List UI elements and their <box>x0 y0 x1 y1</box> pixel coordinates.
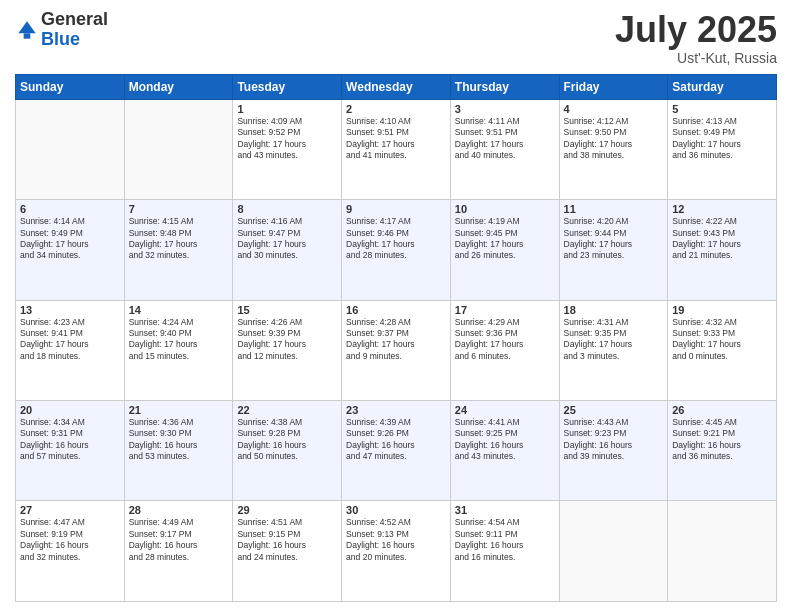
day-number: 9 <box>346 203 446 215</box>
day-cell: 31Sunrise: 4:54 AM Sunset: 9:11 PM Dayli… <box>450 501 559 602</box>
day-cell: 7Sunrise: 4:15 AM Sunset: 9:48 PM Daylig… <box>124 200 233 300</box>
title-block: July 2025 Ust'-Kut, Russia <box>615 10 777 66</box>
col-sunday: Sunday <box>16 74 125 99</box>
day-cell: 11Sunrise: 4:20 AM Sunset: 9:44 PM Dayli… <box>559 200 668 300</box>
day-cell: 26Sunrise: 4:45 AM Sunset: 9:21 PM Dayli… <box>668 401 777 501</box>
day-number: 21 <box>129 404 229 416</box>
day-number: 15 <box>237 304 337 316</box>
logo: General Blue <box>15 10 108 50</box>
day-cell: 14Sunrise: 4:24 AM Sunset: 9:40 PM Dayli… <box>124 300 233 400</box>
day-info: Sunrise: 4:10 AM Sunset: 9:51 PM Dayligh… <box>346 116 446 162</box>
col-wednesday: Wednesday <box>342 74 451 99</box>
day-number: 13 <box>20 304 120 316</box>
day-info: Sunrise: 4:16 AM Sunset: 9:47 PM Dayligh… <box>237 216 337 262</box>
day-cell: 3Sunrise: 4:11 AM Sunset: 9:51 PM Daylig… <box>450 99 559 199</box>
day-info: Sunrise: 4:09 AM Sunset: 9:52 PM Dayligh… <box>237 116 337 162</box>
day-info: Sunrise: 4:12 AM Sunset: 9:50 PM Dayligh… <box>564 116 664 162</box>
day-info: Sunrise: 4:24 AM Sunset: 9:40 PM Dayligh… <box>129 317 229 363</box>
page: General Blue July 2025 Ust'-Kut, Russia … <box>0 0 792 612</box>
day-number: 28 <box>129 504 229 516</box>
day-info: Sunrise: 4:32 AM Sunset: 9:33 PM Dayligh… <box>672 317 772 363</box>
day-cell: 22Sunrise: 4:38 AM Sunset: 9:28 PM Dayli… <box>233 401 342 501</box>
day-cell: 17Sunrise: 4:29 AM Sunset: 9:36 PM Dayli… <box>450 300 559 400</box>
day-info: Sunrise: 4:15 AM Sunset: 9:48 PM Dayligh… <box>129 216 229 262</box>
day-number: 16 <box>346 304 446 316</box>
day-number: 1 <box>237 103 337 115</box>
col-saturday: Saturday <box>668 74 777 99</box>
day-info: Sunrise: 4:38 AM Sunset: 9:28 PM Dayligh… <box>237 417 337 463</box>
header-row: Sunday Monday Tuesday Wednesday Thursday… <box>16 74 777 99</box>
day-cell: 10Sunrise: 4:19 AM Sunset: 9:45 PM Dayli… <box>450 200 559 300</box>
day-number: 2 <box>346 103 446 115</box>
day-cell: 20Sunrise: 4:34 AM Sunset: 9:31 PM Dayli… <box>16 401 125 501</box>
day-number: 25 <box>564 404 664 416</box>
day-number: 11 <box>564 203 664 215</box>
logo-blue: Blue <box>41 29 80 49</box>
week-row-1: 1Sunrise: 4:09 AM Sunset: 9:52 PM Daylig… <box>16 99 777 199</box>
day-number: 20 <box>20 404 120 416</box>
day-cell: 2Sunrise: 4:10 AM Sunset: 9:51 PM Daylig… <box>342 99 451 199</box>
day-number: 5 <box>672 103 772 115</box>
day-info: Sunrise: 4:54 AM Sunset: 9:11 PM Dayligh… <box>455 517 555 563</box>
day-info: Sunrise: 4:51 AM Sunset: 9:15 PM Dayligh… <box>237 517 337 563</box>
day-number: 17 <box>455 304 555 316</box>
day-number: 29 <box>237 504 337 516</box>
day-info: Sunrise: 4:43 AM Sunset: 9:23 PM Dayligh… <box>564 417 664 463</box>
week-row-4: 20Sunrise: 4:34 AM Sunset: 9:31 PM Dayli… <box>16 401 777 501</box>
logo-general: General <box>41 9 108 29</box>
day-info: Sunrise: 4:41 AM Sunset: 9:25 PM Dayligh… <box>455 417 555 463</box>
day-cell: 9Sunrise: 4:17 AM Sunset: 9:46 PM Daylig… <box>342 200 451 300</box>
day-number: 24 <box>455 404 555 416</box>
day-info: Sunrise: 4:28 AM Sunset: 9:37 PM Dayligh… <box>346 317 446 363</box>
day-cell <box>16 99 125 199</box>
day-info: Sunrise: 4:34 AM Sunset: 9:31 PM Dayligh… <box>20 417 120 463</box>
calendar: Sunday Monday Tuesday Wednesday Thursday… <box>15 74 777 602</box>
day-cell: 12Sunrise: 4:22 AM Sunset: 9:43 PM Dayli… <box>668 200 777 300</box>
day-cell: 25Sunrise: 4:43 AM Sunset: 9:23 PM Dayli… <box>559 401 668 501</box>
day-cell <box>559 501 668 602</box>
day-info: Sunrise: 4:20 AM Sunset: 9:44 PM Dayligh… <box>564 216 664 262</box>
day-cell: 27Sunrise: 4:47 AM Sunset: 9:19 PM Dayli… <box>16 501 125 602</box>
day-number: 27 <box>20 504 120 516</box>
day-cell <box>668 501 777 602</box>
day-cell: 6Sunrise: 4:14 AM Sunset: 9:49 PM Daylig… <box>16 200 125 300</box>
col-thursday: Thursday <box>450 74 559 99</box>
day-cell: 19Sunrise: 4:32 AM Sunset: 9:33 PM Dayli… <box>668 300 777 400</box>
day-cell: 15Sunrise: 4:26 AM Sunset: 9:39 PM Dayli… <box>233 300 342 400</box>
col-monday: Monday <box>124 74 233 99</box>
day-info: Sunrise: 4:49 AM Sunset: 9:17 PM Dayligh… <box>129 517 229 563</box>
day-cell: 4Sunrise: 4:12 AM Sunset: 9:50 PM Daylig… <box>559 99 668 199</box>
day-info: Sunrise: 4:45 AM Sunset: 9:21 PM Dayligh… <box>672 417 772 463</box>
svg-marker-0 <box>18 21 35 33</box>
day-cell: 21Sunrise: 4:36 AM Sunset: 9:30 PM Dayli… <box>124 401 233 501</box>
day-info: Sunrise: 4:29 AM Sunset: 9:36 PM Dayligh… <box>455 317 555 363</box>
day-info: Sunrise: 4:19 AM Sunset: 9:45 PM Dayligh… <box>455 216 555 262</box>
day-info: Sunrise: 4:11 AM Sunset: 9:51 PM Dayligh… <box>455 116 555 162</box>
day-info: Sunrise: 4:36 AM Sunset: 9:30 PM Dayligh… <box>129 417 229 463</box>
day-cell: 30Sunrise: 4:52 AM Sunset: 9:13 PM Dayli… <box>342 501 451 602</box>
day-number: 31 <box>455 504 555 516</box>
day-number: 3 <box>455 103 555 115</box>
week-row-5: 27Sunrise: 4:47 AM Sunset: 9:19 PM Dayli… <box>16 501 777 602</box>
day-number: 12 <box>672 203 772 215</box>
day-number: 7 <box>129 203 229 215</box>
day-info: Sunrise: 4:52 AM Sunset: 9:13 PM Dayligh… <box>346 517 446 563</box>
day-number: 23 <box>346 404 446 416</box>
day-cell: 16Sunrise: 4:28 AM Sunset: 9:37 PM Dayli… <box>342 300 451 400</box>
day-info: Sunrise: 4:22 AM Sunset: 9:43 PM Dayligh… <box>672 216 772 262</box>
col-friday: Friday <box>559 74 668 99</box>
day-number: 10 <box>455 203 555 215</box>
day-cell: 29Sunrise: 4:51 AM Sunset: 9:15 PM Dayli… <box>233 501 342 602</box>
day-info: Sunrise: 4:23 AM Sunset: 9:41 PM Dayligh… <box>20 317 120 363</box>
day-cell: 5Sunrise: 4:13 AM Sunset: 9:49 PM Daylig… <box>668 99 777 199</box>
day-number: 6 <box>20 203 120 215</box>
svg-rect-1 <box>24 33 31 38</box>
day-info: Sunrise: 4:26 AM Sunset: 9:39 PM Dayligh… <box>237 317 337 363</box>
col-tuesday: Tuesday <box>233 74 342 99</box>
day-info: Sunrise: 4:13 AM Sunset: 9:49 PM Dayligh… <box>672 116 772 162</box>
day-number: 4 <box>564 103 664 115</box>
day-info: Sunrise: 4:47 AM Sunset: 9:19 PM Dayligh… <box>20 517 120 563</box>
day-number: 8 <box>237 203 337 215</box>
day-cell: 24Sunrise: 4:41 AM Sunset: 9:25 PM Dayli… <box>450 401 559 501</box>
title-location: Ust'-Kut, Russia <box>615 50 777 66</box>
